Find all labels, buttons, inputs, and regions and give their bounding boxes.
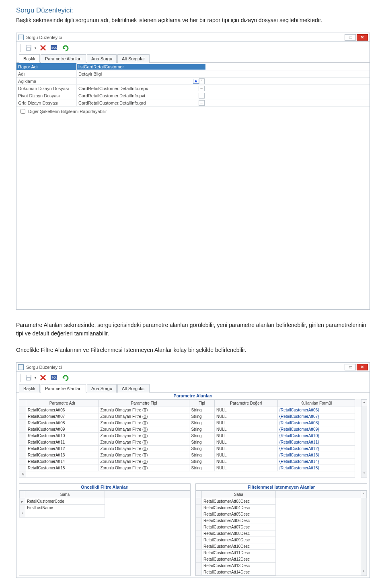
tab-alt-sorgular[interactable]: Alt Sorgular	[117, 54, 149, 63]
excluded-grid[interactable]: Saha ˄ RetailCustomerAtt03DescRetailCust…	[196, 491, 367, 576]
grid-browse-icon[interactable]: ···	[199, 100, 205, 106]
section-paragraph-3: Öncelikle Filtre Alanlarının ve Filtrele…	[16, 346, 370, 354]
col-param-degeri[interactable]: Parametre Değeri	[214, 400, 277, 407]
header-form: Rapor Adı Adı Açıklama A ˅ Doküman Dizay…	[16, 63, 370, 309]
col-formul[interactable]: Kullanılan Formül	[277, 400, 355, 407]
tab-strip: Başlık Parametre Alanları Ana Sorgu Alt …	[16, 384, 370, 393]
toolbar: ▾ SQL	[16, 372, 370, 384]
tab-baslik[interactable]: Başlık	[19, 384, 40, 393]
input-adi[interactable]	[77, 71, 205, 77]
section-heading: Sorgu Düzenleyici:	[16, 6, 370, 14]
table-row[interactable]: ▸RetailCustomerCode	[20, 498, 190, 505]
query-editor-window-2: Sorgu Düzenleyici ▭ ✕ ▾ SQL Başlık Param…	[16, 362, 370, 578]
section-paragraph-1: Başlık sekmesinde ilgili sorgunun adı, b…	[16, 16, 370, 25]
table-row[interactable]: RetailCustomerAtt14Zorunlu Olmayan Filtr…	[19, 458, 367, 465]
toolbar: ▾ SQL	[16, 42, 370, 54]
tab-strip: Başlık Parametre Alanları Ana Sorgu Alt …	[16, 54, 370, 63]
table-row[interactable]: RetailCustomerAtt15Zorunlu Olmayan Filtr…	[19, 465, 367, 471]
row-dokuman-dizayn: Doküman Dizayn Dosyası ···	[16, 85, 370, 92]
table-row[interactable]: RetailCustomerAtt07Zorunlu Olmayan Filtr…	[19, 413, 367, 420]
table-row[interactable]: RetailCustomerAtt04Desc	[196, 505, 367, 511]
maximize-button[interactable]: ▭	[345, 364, 356, 370]
table-row[interactable]: RetailCustomerAtt13Desc	[196, 563, 367, 569]
table-row[interactable]: RetailCustomerAtt06Zorunlu Olmayan Filtr…	[19, 407, 367, 413]
label-pivot-dizayn: Pivot Dizayn Dosyası	[16, 92, 77, 99]
maximize-button[interactable]: ▭	[345, 34, 356, 41]
save-button[interactable]	[23, 43, 34, 53]
table-row[interactable]: RetailCustomerAtt12Desc	[196, 556, 367, 563]
excluded-header: Filtelenmesi İstenmeyen Alanlar	[196, 484, 367, 491]
sql-button[interactable]: SQL	[49, 373, 60, 382]
svg-rect-1	[27, 45, 31, 47]
input-rapor-adi[interactable]	[77, 64, 205, 70]
svg-text:SQL: SQL	[51, 376, 57, 379]
row-adi: Adı	[16, 70, 370, 78]
pivot-browse-icon[interactable]: ···	[199, 93, 205, 99]
row-grid-dizayn: Grid Dizayn Dosyası ···	[16, 99, 370, 107]
delete-button[interactable]	[38, 373, 48, 382]
table-row[interactable]: RetailCustomerAtt09Zorunlu Olmayan Filtr…	[19, 426, 367, 433]
label-aciklama: Açıklama	[16, 78, 77, 84]
priority-grid[interactable]: Saha ▸RetailCustomerCodeFirstLastName*	[19, 491, 190, 518]
titlebar: Sorgu Düzenleyici ▭ ✕	[16, 33, 370, 42]
tab-baslik[interactable]: Başlık	[19, 54, 40, 63]
scroll-up-icon[interactable]: ˄	[361, 491, 367, 498]
input-grid-dizayn[interactable]	[77, 100, 199, 106]
col-saha[interactable]: Saha	[202, 491, 276, 498]
table-row[interactable]: FirstLastName	[20, 505, 190, 511]
svg-rect-6	[27, 375, 31, 377]
close-button[interactable]: ✕	[357, 34, 368, 41]
table-row[interactable]: RetailCustomerAtt13Zorunlu Olmayan Filtr…	[19, 452, 367, 458]
label-grid-dizayn: Grid Dizayn Dosyası	[16, 99, 77, 106]
section-paragraph-2: Parametre Alanları sekmesinde, sorgu içe…	[16, 321, 370, 338]
save-button[interactable]	[23, 373, 34, 382]
tab-parametre-alanlari[interactable]: Parametre Alanları	[41, 384, 86, 393]
table-row[interactable]: RetailCustomerAtt06Desc	[196, 518, 367, 524]
save-dropdown-icon[interactable]: ▾	[35, 46, 37, 50]
params-grid[interactable]: Parametre Adı Parametre Tipi Tipi Parame…	[19, 399, 367, 478]
dokuman-browse-icon[interactable]: ···	[199, 86, 205, 91]
titlebar: Sorgu Düzenleyici ▭ ✕	[16, 363, 370, 372]
input-pivot-dizayn[interactable]	[77, 93, 199, 99]
close-button[interactable]: ✕	[357, 364, 368, 370]
sql-button[interactable]: SQL	[49, 43, 60, 53]
table-row[interactable]: RetailCustomerAtt12Zorunlu Olmayan Filtr…	[19, 446, 367, 452]
table-row[interactable]: RetailCustomerAtt09Desc	[196, 537, 367, 543]
table-row[interactable]: RetailCustomerAtt14Desc˅	[196, 569, 367, 576]
new-row-marker[interactable]: ✎	[19, 471, 26, 478]
lang-icon[interactable]: A	[193, 79, 199, 84]
col-saha[interactable]: Saha	[25, 491, 105, 498]
refresh-button[interactable]	[60, 43, 71, 53]
refresh-button[interactable]	[60, 373, 71, 382]
checkbox-other-companies[interactable]	[21, 109, 25, 114]
tab-ana-sorgu[interactable]: Ana Sorgu	[87, 54, 117, 63]
scroll-down-icon[interactable]: ˅	[361, 471, 367, 478]
input-dokuman-dizayn[interactable]	[77, 86, 199, 91]
aciklama-dropdown-icon[interactable]: ˅	[199, 78, 205, 84]
window-title: Sorgu Düzenleyici	[26, 365, 62, 370]
save-dropdown-icon[interactable]: ▾	[35, 376, 37, 380]
table-row[interactable]: RetailCustomerAtt10Zorunlu Olmayan Filtr…	[19, 433, 367, 439]
table-row[interactable]: RetailCustomerAtt03Desc	[196, 498, 367, 505]
table-row[interactable]: RetailCustomerAtt08Zorunlu Olmayan Filtr…	[19, 420, 367, 426]
table-row[interactable]: RetailCustomerAtt07Desc	[196, 524, 367, 530]
excluded-filter-panel: Filtelenmesi İstenmeyen Alanlar Saha ˄ R…	[195, 483, 367, 576]
col-param-adi[interactable]: Parametre Adı	[26, 400, 99, 407]
row-rapor-adi: Rapor Adı	[16, 63, 370, 70]
tab-parametre-alanlari[interactable]: Parametre Alanları	[41, 54, 86, 63]
col-param-tipi[interactable]: Parametre Tipi	[99, 400, 189, 407]
label-dokuman-dizayn: Doküman Dizayn Dosyası	[16, 85, 77, 92]
priority-filter-panel: Öncelikli Filtre Alanları Saha ▸RetailCu…	[19, 483, 191, 576]
tab-ana-sorgu[interactable]: Ana Sorgu	[87, 384, 117, 393]
table-row[interactable]: RetailCustomerAtt11Desc	[196, 550, 367, 556]
table-row[interactable]: RetailCustomerAtt05Desc	[196, 511, 367, 518]
scroll-up-icon[interactable]: ˄	[361, 400, 367, 407]
form-empty-area	[16, 116, 370, 309]
table-row[interactable]: RetailCustomerAtt10Desc	[196, 543, 367, 550]
tab-alt-sorgular[interactable]: Alt Sorgular	[117, 384, 149, 393]
table-row[interactable]: RetailCustomerAtt11Zorunlu Olmayan Filtr…	[19, 439, 367, 446]
table-row[interactable]: RetailCustomerAtt08Desc	[196, 530, 367, 537]
input-aciklama[interactable]	[77, 78, 191, 84]
col-tipi[interactable]: Tipi	[189, 400, 215, 407]
delete-button[interactable]	[38, 43, 48, 53]
